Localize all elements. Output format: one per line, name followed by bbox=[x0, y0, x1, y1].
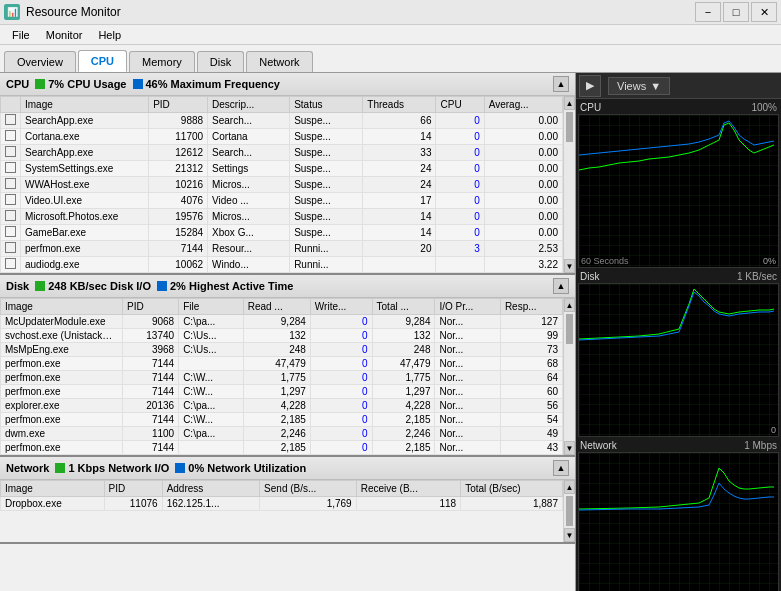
table-row[interactable]: perfmon.exe 7144 C:\W... 1,775 0 1,775 N… bbox=[1, 371, 563, 385]
disk-collapse-button[interactable]: ▲ bbox=[553, 278, 569, 294]
cpu-col-threads[interactable]: Threads bbox=[363, 97, 436, 113]
net-col-image[interactable]: Image bbox=[1, 481, 105, 497]
cpu-scroll-up[interactable]: ▲ bbox=[564, 96, 575, 110]
menu-file[interactable]: File bbox=[4, 27, 38, 43]
cpu-col-cpu[interactable]: CPU bbox=[436, 97, 484, 113]
row-check[interactable] bbox=[1, 177, 21, 193]
table-row[interactable]: perfmon.exe 7144 C:\W... 2,185 0 2,185 N… bbox=[1, 413, 563, 427]
net-col-total[interactable]: Total (B/sec) bbox=[461, 481, 563, 497]
disk-col-total[interactable]: Total ... bbox=[372, 299, 435, 315]
views-button[interactable]: Views ▼ bbox=[608, 77, 670, 95]
disk-scrollbar[interactable]: ▲ ▼ bbox=[563, 298, 575, 455]
disk-scroll-thumb[interactable] bbox=[566, 314, 573, 344]
row-check[interactable] bbox=[1, 161, 21, 177]
table-row[interactable]: perfmon.exe 7144 47,479 0 47,479 Nor... … bbox=[1, 357, 563, 371]
table-row[interactable]: MsMpEng.exe 3968 C:\Us... 248 0 248 Nor.… bbox=[1, 343, 563, 357]
table-row[interactable]: Video.UI.exe 4076 Video ... Suspe... 17 … bbox=[1, 193, 563, 209]
checkbox-icon[interactable] bbox=[5, 258, 16, 269]
net-scroll-thumb[interactable] bbox=[566, 496, 573, 526]
cpu-scroll-down[interactable]: ▼ bbox=[564, 259, 575, 273]
close-button[interactable]: ✕ bbox=[751, 2, 777, 22]
tab-overview[interactable]: Overview bbox=[4, 51, 76, 72]
net-col-pid[interactable]: PID bbox=[104, 481, 162, 497]
checkbox-icon[interactable] bbox=[5, 114, 16, 125]
cpu-scrollbar[interactable]: ▲ ▼ bbox=[563, 96, 575, 273]
checkbox-icon[interactable] bbox=[5, 194, 16, 205]
table-row[interactable]: GameBar.exe 15284 Xbox G... Suspe... 14 … bbox=[1, 225, 563, 241]
checkbox-icon[interactable] bbox=[5, 226, 16, 237]
tab-disk[interactable]: Disk bbox=[197, 51, 244, 72]
network-header-row: Image PID Address Send (B/s... Receive (… bbox=[1, 481, 563, 497]
cpu-col-avg[interactable]: Averag... bbox=[484, 97, 562, 113]
disk-col-resp[interactable]: Resp... bbox=[500, 299, 562, 315]
cpu-section-header[interactable]: CPU 7% CPU Usage 46% Maximum Frequency ▲ bbox=[0, 73, 575, 96]
network-collapse-button[interactable]: ▲ bbox=[553, 460, 569, 476]
table-row[interactable]: SearchApp.exe 12612 Search... Suspe... 3… bbox=[1, 145, 563, 161]
cpu-col-image[interactable]: Image bbox=[21, 97, 149, 113]
net-col-receive[interactable]: Receive (B... bbox=[356, 481, 460, 497]
table-row[interactable]: perfmon.exe 7144 C:\W... 1,297 0 1,297 N… bbox=[1, 385, 563, 399]
cpu-scroll-thumb[interactable] bbox=[566, 112, 573, 142]
net-col-send[interactable]: Send (B/s... bbox=[260, 481, 357, 497]
cpu-col-pid[interactable]: PID bbox=[149, 97, 208, 113]
row-check[interactable] bbox=[1, 193, 21, 209]
cpu-scroll-track[interactable] bbox=[564, 110, 575, 259]
tab-network[interactable]: Network bbox=[246, 51, 312, 72]
disk-col-file[interactable]: File bbox=[179, 299, 244, 315]
table-row[interactable]: SystemSettings.exe 21312 Settings Suspe.… bbox=[1, 161, 563, 177]
table-row[interactable]: Microsoft.Photos.exe 19576 Micros... Sus… bbox=[1, 209, 563, 225]
disk-scroll-track[interactable] bbox=[564, 312, 575, 441]
network-scrollbar[interactable]: ▲ ▼ bbox=[563, 480, 575, 542]
cpu-col-desc[interactable]: Descrip... bbox=[208, 97, 290, 113]
disk-col-image[interactable]: Image bbox=[1, 299, 123, 315]
cpu-col-status[interactable]: Status bbox=[290, 97, 363, 113]
table-row[interactable]: perfmon.exe 7144 Resour... Runni... 20 3… bbox=[1, 241, 563, 257]
row-image: explorer.exe bbox=[1, 399, 123, 413]
network-section: Network 1 Kbps Network I/O 0% Network Ut… bbox=[0, 457, 575, 544]
checkbox-icon[interactable] bbox=[5, 242, 16, 253]
checkbox-icon[interactable] bbox=[5, 178, 16, 189]
tab-memory[interactable]: Memory bbox=[129, 51, 195, 72]
row-check[interactable] bbox=[1, 129, 21, 145]
table-row[interactable]: SearchApp.exe 9888 Search... Suspe... 66… bbox=[1, 113, 563, 129]
expand-button[interactable]: ▶ bbox=[579, 75, 601, 97]
minimize-button[interactable]: − bbox=[695, 2, 721, 22]
net-col-address[interactable]: Address bbox=[162, 481, 259, 497]
table-row[interactable]: svchost.exe (UnistackSvcGroup) 13740 C:\… bbox=[1, 329, 563, 343]
disk-col-io[interactable]: I/O Pr... bbox=[435, 299, 500, 315]
net-scroll-track[interactable] bbox=[564, 494, 575, 528]
disk-scroll-up[interactable]: ▲ bbox=[564, 298, 575, 312]
network-section-header[interactable]: Network 1 Kbps Network I/O 0% Network Ut… bbox=[0, 457, 575, 480]
row-check[interactable] bbox=[1, 257, 21, 273]
table-row[interactable]: dwm.exe 1100 C:\pa... 2,246 0 2,246 Nor.… bbox=[1, 427, 563, 441]
table-row[interactable]: audiodg.exe 10062 Windo... Runni... 3.22 bbox=[1, 257, 563, 273]
row-check[interactable] bbox=[1, 145, 21, 161]
disk-col-read[interactable]: Read ... bbox=[243, 299, 310, 315]
checkbox-icon[interactable] bbox=[5, 210, 16, 221]
table-row[interactable]: perfmon.exe 7144 2,185 0 2,185 Nor... 43 bbox=[1, 441, 563, 455]
tab-cpu[interactable]: CPU bbox=[78, 50, 127, 72]
net-scroll-down[interactable]: ▼ bbox=[564, 528, 575, 542]
checkbox-icon[interactable] bbox=[5, 162, 16, 173]
row-check[interactable] bbox=[1, 113, 21, 129]
checkbox-icon[interactable] bbox=[5, 146, 16, 157]
row-check[interactable] bbox=[1, 241, 21, 257]
row-check[interactable] bbox=[1, 209, 21, 225]
menu-monitor[interactable]: Monitor bbox=[38, 27, 91, 43]
disk-section-header[interactable]: Disk 248 KB/sec Disk I/O 2% Highest Acti… bbox=[0, 275, 575, 298]
table-row[interactable]: WWAHost.exe 10216 Micros... Suspe... 24 … bbox=[1, 177, 563, 193]
maximize-button[interactable]: □ bbox=[723, 2, 749, 22]
net-scroll-up[interactable]: ▲ bbox=[564, 480, 575, 494]
table-row[interactable]: McUpdaterModule.exe 9068 C:\pa... 9,284 … bbox=[1, 315, 563, 329]
cpu-collapse-button[interactable]: ▲ bbox=[553, 76, 569, 92]
disk-col-pid[interactable]: PID bbox=[123, 299, 179, 315]
table-row[interactable]: Dropbox.exe 11076 162.125.1... 1,769 118… bbox=[1, 497, 563, 511]
table-row[interactable]: explorer.exe 20136 C:\pa... 4,228 0 4,22… bbox=[1, 399, 563, 413]
disk-scroll-down[interactable]: ▼ bbox=[564, 441, 575, 455]
checkbox-icon[interactable] bbox=[5, 130, 16, 141]
cpu-col-check[interactable] bbox=[1, 97, 21, 113]
disk-col-write[interactable]: Write... bbox=[310, 299, 372, 315]
row-check[interactable] bbox=[1, 225, 21, 241]
table-row[interactable]: Cortana.exe 11700 Cortana Suspe... 14 0 … bbox=[1, 129, 563, 145]
menu-help[interactable]: Help bbox=[90, 27, 129, 43]
